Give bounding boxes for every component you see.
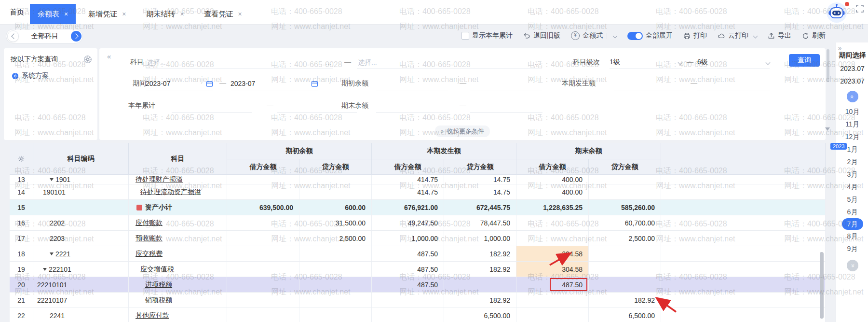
- table-row-18[interactable]: 182221应交税费487.50182.92304.58: [10, 246, 826, 262]
- subject-code-cell: 22210101: [33, 277, 129, 292]
- show-year-total-toggle[interactable]: 显示本年累计: [461, 31, 513, 40]
- subject-to-field[interactable]: …: [357, 56, 542, 69]
- subject-from-input[interactable]: [146, 58, 324, 67]
- tab-close-icon[interactable]: ×: [238, 10, 242, 18]
- subject-navigator-label[interactable]: 全部科目: [20, 32, 70, 41]
- current-from-field[interactable]: [614, 77, 687, 90]
- month-item-9[interactable]: 7月: [842, 218, 863, 230]
- header-gear-cell[interactable]: [10, 143, 33, 175]
- begin-balance-to-field[interactable]: [470, 77, 542, 90]
- subject-link[interactable]: 预收账款: [136, 234, 163, 243]
- fullscreen-icon[interactable]: [855, 4, 864, 13]
- level-from-select[interactable]: 1级: [610, 56, 682, 69]
- table-row-21[interactable]: 2122210107销项税额182.92182.92: [10, 293, 826, 308]
- year-total-from-input[interactable]: [172, 101, 252, 110]
- print-button[interactable]: 打印: [683, 31, 707, 40]
- expand-all-toggle[interactable]: 全部展开: [627, 31, 673, 40]
- table-row-16[interactable]: 162202应付账款31,500.0049,247.5078,447.5060,…: [10, 215, 826, 231]
- scroll-down-arrow-icon[interactable]: [825, 127, 830, 131]
- month-item-11[interactable]: 9月: [836, 242, 868, 255]
- tab-close-icon[interactable]: ×: [122, 10, 126, 18]
- prev-subject-button[interactable]: [7, 30, 19, 42]
- scrollbar-thumb[interactable]: [820, 252, 824, 319]
- month-item-0[interactable]: 10月: [836, 105, 868, 118]
- collapse-more-button[interactable]: « 收起更多条件: [435, 126, 490, 137]
- scheme-item-system[interactable]: 系统方案: [4, 64, 97, 80]
- ellipsis-picker-icon[interactable]: …: [533, 58, 542, 66]
- export-button[interactable]: 导出: [768, 31, 791, 40]
- cloud-print-dropdown[interactable]: 云打印: [718, 31, 757, 40]
- end-balance-from-input[interactable]: [376, 101, 448, 110]
- search-button[interactable]: 查询: [789, 54, 820, 67]
- level-to-select[interactable]: 6级: [697, 56, 770, 69]
- period-from-picker[interactable]: 2023-07: [146, 77, 213, 90]
- begin-balance-from-input[interactable]: [376, 79, 448, 88]
- subject-link[interactable]: 销项税额: [145, 296, 172, 305]
- table-row-13[interactable]: 131901待处理财产损溢414.7514.75400.00: [10, 175, 826, 184]
- subject-link[interactable]: 待处理财产损溢: [136, 175, 183, 184]
- tab-0[interactable]: 余额表×: [30, 4, 76, 24]
- end-balance-from-field[interactable]: [376, 99, 448, 112]
- subject-link[interactable]: 应交税费: [136, 250, 163, 258]
- begin-balance-to-input[interactable]: [470, 79, 542, 88]
- ellipsis-picker-icon[interactable]: …: [324, 58, 333, 66]
- current-to-input[interactable]: [697, 79, 770, 88]
- tab-1[interactable]: 新增凭证×: [81, 4, 134, 24]
- subject-link[interactable]: 进项税额: [145, 280, 172, 289]
- table-row-20[interactable]: 2022210101进项税额487.50487.50: [10, 277, 826, 293]
- table-row-15[interactable]: 15资产小计639,500.00600.00676,921.00672,445.…: [10, 200, 826, 215]
- table-row-17[interactable]: 172203预收账款2,500.001,000.001,000.002,500.…: [10, 231, 826, 246]
- subject-link[interactable]: 应付账款: [136, 219, 163, 227]
- subject-to-input[interactable]: [357, 58, 533, 67]
- row-number: 16: [10, 215, 33, 230]
- subject-link[interactable]: 待处理流动资产损溢: [140, 188, 201, 196]
- month-item-7[interactable]: 5月: [836, 193, 868, 206]
- toggle-on-icon[interactable]: [627, 32, 643, 40]
- table-row-19[interactable]: 19222101应交增值税487.50182.92304.58: [10, 262, 826, 277]
- period-to-picker[interactable]: 2023-07: [231, 77, 318, 90]
- refresh-button[interactable]: 刷新: [802, 31, 826, 40]
- subject-link[interactable]: 其他应付款: [136, 311, 169, 320]
- tab-close-icon[interactable]: ×: [180, 10, 184, 18]
- assistant-robot-icon[interactable]: [826, 1, 848, 24]
- expand-triangle-icon[interactable]: [50, 252, 54, 255]
- scroll-months-down-button[interactable]: «: [847, 260, 858, 271]
- amount-cell: 600.00: [299, 200, 372, 215]
- month-item-2[interactable]: 12月: [836, 130, 868, 143]
- scroll-months-up-button[interactable]: «: [847, 91, 858, 102]
- month-item-5[interactable]: 3月: [836, 168, 868, 181]
- subject-from-field[interactable]: …: [146, 56, 333, 69]
- panel-collapse-icon[interactable]: »: [838, 44, 841, 52]
- month-item-1[interactable]: 11月: [836, 118, 868, 130]
- current-from-input[interactable]: [614, 79, 687, 88]
- month-item-6[interactable]: 4月: [836, 181, 868, 193]
- tab-2[interactable]: 期末结转×: [138, 4, 191, 24]
- checkbox-icon[interactable]: [461, 32, 469, 40]
- expand-triangle-icon[interactable]: [43, 268, 47, 271]
- scrollbar-thumb[interactable]: [827, 49, 829, 82]
- table-scrollbar[interactable]: [820, 143, 824, 322]
- tab-close-icon[interactable]: ×: [64, 10, 68, 18]
- month-item-4[interactable]: 2月: [836, 155, 868, 168]
- month-item-10[interactable]: 8月: [836, 230, 868, 242]
- scheme-settings-gear-icon[interactable]: [84, 56, 92, 63]
- table-row-22[interactable]: 222241其他应付款6,500.006,500.00: [10, 308, 826, 322]
- amount-style-dropdown[interactable]: ¥ 金额式: [571, 31, 617, 40]
- amount-cell: [589, 262, 661, 277]
- subject-link[interactable]: 应交增值税: [140, 265, 174, 274]
- back-to-old-button[interactable]: 退回旧版: [523, 31, 560, 40]
- page-scrollbar[interactable]: [827, 48, 829, 140]
- month-item-8[interactable]: 6月: [836, 206, 868, 218]
- period-from[interactable]: 2023.07: [836, 65, 868, 72]
- table-row-14[interactable]: 14190101待处理流动资产损溢414.7514.75400.00: [10, 184, 826, 200]
- year-total-from-field[interactable]: [172, 99, 252, 112]
- current-to-field[interactable]: [697, 77, 770, 90]
- begin-balance-from-field[interactable]: [376, 77, 448, 90]
- end-balance-to-input[interactable]: [470, 101, 542, 110]
- expand-triangle-icon[interactable]: [50, 178, 54, 181]
- end-balance-to-field[interactable]: [470, 99, 542, 112]
- period-to[interactable]: 2023.07: [836, 77, 868, 85]
- tab-3[interactable]: 查看凭证×: [197, 4, 250, 24]
- next-subject-button[interactable]: [71, 31, 81, 42]
- header-credit: 贷方金额: [589, 159, 661, 175]
